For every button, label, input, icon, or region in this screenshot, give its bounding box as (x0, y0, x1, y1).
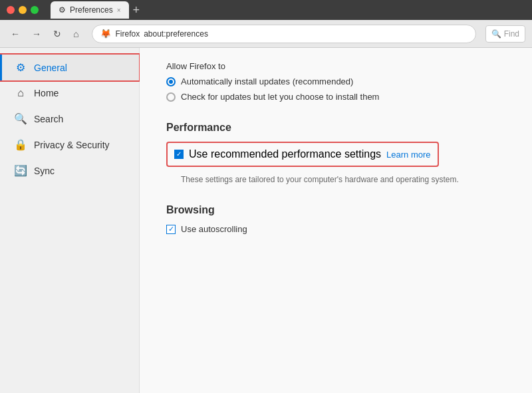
recommended-settings-label: Use recommended performance settings (189, 148, 381, 160)
auto-update-option[interactable]: Automatically install updates (recommend… (166, 76, 505, 86)
home-icon: ⌂ (14, 87, 27, 99)
updates-label: Allow Firefox to (166, 61, 505, 71)
autoscroll-label: Use autoscrolling (181, 224, 247, 234)
sidebar-label-general: General (34, 63, 67, 73)
autoscroll-option[interactable]: Use autoscrolling (166, 224, 505, 234)
sidebar-item-sync[interactable]: 🔄 Sync (0, 158, 139, 184)
autoscroll-checkbox[interactable] (166, 225, 176, 234)
find-icon: 🔍 (491, 29, 501, 39)
gear-icon: ⚙ (14, 61, 27, 74)
home-button[interactable]: ⌂ (69, 26, 82, 42)
sidebar: ⚙ General ⌂ Home 🔍 Search 🔒 Privacy & Se… (0, 48, 140, 393)
titlebar: ⚙ Preferences × + (0, 0, 532, 20)
auto-update-radio[interactable] (166, 77, 176, 86)
main-layout: ⚙ General ⌂ Home 🔍 Search 🔒 Privacy & Se… (0, 48, 532, 393)
learn-more-link[interactable]: Learn more (386, 150, 430, 160)
search-icon: 🔍 (14, 112, 27, 125)
sidebar-label-sync: Sync (34, 166, 55, 176)
address-url: about:preferences (144, 29, 208, 39)
sync-icon: 🔄 (14, 164, 27, 177)
refresh-button[interactable]: ↻ (49, 26, 65, 42)
browsing-title: Browsing (166, 204, 505, 216)
find-bar[interactable]: 🔍 Find (485, 25, 525, 43)
performance-settings-box: Use recommended performance settings Lea… (166, 142, 439, 167)
forward-button[interactable]: → (28, 26, 45, 42)
content-area: Allow Firefox to Automatically install u… (140, 48, 532, 393)
sidebar-label-search: Search (34, 114, 63, 124)
sidebar-label-home: Home (34, 88, 59, 98)
updates-section: Allow Firefox to Automatically install u… (166, 61, 505, 102)
browsing-section: Browsing Use autoscrolling (166, 204, 505, 234)
navbar: ← → ↻ ⌂ 🦊 Firefox about:preferences 🔍 Fi… (0, 20, 532, 48)
tab-close-button[interactable]: × (117, 7, 121, 14)
tab-title: Preferences (70, 5, 113, 15)
tab-icon: ⚙ (59, 5, 66, 15)
lock-icon: 🔒 (14, 138, 27, 151)
tab-bar: ⚙ Preferences × + (51, 1, 525, 19)
check-update-label: Check for updates but let you choose to … (181, 92, 379, 102)
performance-title: Performance (166, 122, 505, 134)
find-placeholder: Find (504, 29, 519, 39)
sidebar-label-privacy: Privacy & Security (34, 140, 110, 150)
check-update-radio[interactable] (166, 92, 176, 102)
check-update-option[interactable]: Check for updates but let you choose to … (166, 92, 505, 102)
sidebar-item-home[interactable]: ⌂ Home (0, 80, 139, 106)
recommended-settings-checkbox[interactable] (174, 150, 184, 159)
new-tab-button[interactable]: + (133, 4, 140, 16)
auto-update-label: Automatically install updates (recommend… (181, 76, 353, 86)
sidebar-item-general[interactable]: ⚙ General (0, 55, 139, 80)
performance-section: Performance Use recommended performance … (166, 122, 505, 184)
address-bar[interactable]: 🦊 Firefox about:preferences (92, 25, 475, 43)
maximize-button[interactable] (31, 6, 39, 14)
sidebar-item-privacy[interactable]: 🔒 Privacy & Security (0, 132, 139, 158)
sidebar-item-search[interactable]: 🔍 Search (0, 106, 139, 132)
address-site: Firefox (115, 29, 140, 39)
performance-description: These settings are tailored to your comp… (181, 175, 505, 184)
minimize-button[interactable] (19, 6, 27, 14)
close-button[interactable] (7, 6, 15, 14)
preferences-tab[interactable]: ⚙ Preferences × (51, 1, 129, 19)
firefox-icon: 🦊 (100, 29, 111, 39)
back-button[interactable]: ← (7, 26, 24, 42)
